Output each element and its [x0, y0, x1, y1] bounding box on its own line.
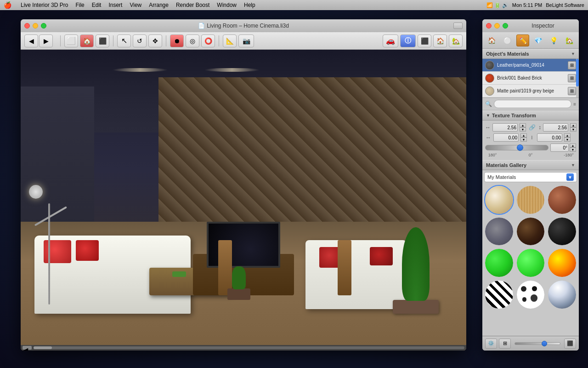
scroll-left-btn[interactable]: ◀	[23, 346, 32, 350]
offset-x-up[interactable]: ▲	[520, 133, 527, 138]
search-menu-btn[interactable]: ≡	[573, 102, 576, 107]
scroll-thumb[interactable]	[34, 346, 52, 349]
tab-render[interactable]: 💎	[532, 34, 545, 46]
separator-4	[219, 35, 219, 46]
tab-light[interactable]: 💡	[547, 34, 560, 46]
material-name-2: Brick/001 Baked Brick	[497, 75, 566, 80]
offset-x-down[interactable]: ▼	[520, 138, 527, 142]
menu-file[interactable]: File	[75, 2, 84, 8]
offset-y-up[interactable]: ▲	[564, 133, 571, 138]
screenshot-button[interactable]: 📷	[238, 34, 254, 47]
record-button[interactable]: ⏺	[170, 34, 184, 47]
measure-button[interactable]: 📐	[223, 34, 237, 47]
tab-edit[interactable]: ✏️	[516, 34, 529, 46]
gallery-item-brick[interactable]	[547, 185, 577, 215]
material-action-3[interactable]: ⊞	[568, 87, 576, 95]
gallery-item-black[interactable]	[547, 217, 577, 247]
home-view-button[interactable]: 🏡	[449, 34, 463, 47]
pillow-4	[370, 247, 393, 265]
menu-arrange[interactable]: Arrange	[149, 2, 169, 8]
scale-x-up[interactable]: ▲	[520, 123, 526, 127]
material-item-3[interactable]: Matte paint/1019 grey beige ⊞	[482, 85, 579, 98]
bottom-action-btn[interactable]: ⊞	[499, 339, 511, 349]
link-icon[interactable]: 🔗	[528, 124, 537, 131]
inspector-titlebar: Inspector	[482, 19, 579, 32]
top-view-button[interactable]: ⬛	[418, 34, 431, 47]
zoom-slider-track[interactable]	[514, 342, 560, 345]
minimize-button[interactable]	[33, 23, 38, 29]
material-item-2[interactable]: Brick/001 Baked Brick ⊞	[482, 72, 579, 85]
separator-3	[166, 35, 166, 46]
tab-object[interactable]: 🏡	[563, 34, 576, 46]
menu-app-name[interactable]: Live Interior 3D Pro	[21, 2, 68, 8]
menu-view[interactable]: View	[130, 2, 141, 8]
select-tool[interactable]: ↖	[117, 34, 131, 47]
maximize-button[interactable]	[41, 23, 46, 29]
3d-view-button[interactable]: 🏠	[80, 34, 94, 47]
rotate-tool[interactable]: ↺	[133, 34, 147, 47]
gallery-item-wood-light[interactable]	[516, 185, 546, 215]
panorama-button[interactable]: ◎	[186, 34, 199, 47]
back-button[interactable]: ◀	[24, 34, 38, 47]
rotation-slider-row: ▲ ▼	[485, 144, 576, 152]
scale-y-up[interactable]: ▲	[570, 123, 577, 127]
menu-insert[interactable]: Insert	[108, 2, 122, 8]
gallery-item-spots[interactable]	[516, 280, 546, 310]
material-action-1[interactable]: ⊞	[568, 61, 576, 69]
rotation-slider-thumb[interactable]	[517, 144, 523, 151]
render-button[interactable]: ⭕	[201, 34, 215, 47]
forward-button[interactable]: ▶	[39, 34, 53, 47]
menu-window[interactable]: Window	[217, 2, 237, 8]
close-button[interactable]	[24, 23, 30, 29]
rotation-input[interactable]	[550, 144, 569, 152]
gallery-item-zebra[interactable]	[484, 280, 514, 310]
gallery-item-cream[interactable]	[484, 185, 514, 215]
inspector-body: Object's Materials ▼ Leather/pamela_0901…	[482, 49, 579, 336]
gear-button[interactable]: ⚙️	[485, 339, 497, 349]
gallery-item-fire[interactable]	[547, 248, 577, 278]
walkthrough-button[interactable]: ⬛	[96, 34, 109, 47]
rotation-up[interactable]: ▲	[570, 144, 576, 148]
inspector-close[interactable]	[486, 23, 492, 29]
window-resize-btn[interactable]	[453, 23, 463, 29]
rotation-down[interactable]: ▼	[570, 148, 576, 152]
viewport-scrollbar[interactable]: ◀	[21, 345, 466, 351]
gallery-item-dark-wood[interactable]	[516, 217, 546, 247]
materials-gallery-dropdown[interactable]: My Materials ▼	[484, 172, 577, 182]
gallery-item-green[interactable]	[484, 248, 514, 278]
camera-button[interactable]: 🚗	[383, 34, 398, 47]
scale-y-down[interactable]: ▼	[570, 127, 577, 132]
offset-y-down[interactable]: ▼	[564, 138, 571, 142]
zoom-slider-thumb[interactable]	[542, 341, 547, 346]
scale-y-input[interactable]: 2.56	[543, 123, 568, 132]
iso-view-button[interactable]: 🏠	[433, 34, 447, 47]
floor-plan-button[interactable]: ⬜	[64, 34, 78, 47]
tab-material[interactable]: ⚪	[501, 34, 514, 46]
tab-room[interactable]: 🏠	[486, 34, 498, 46]
menu-edit[interactable]: Edit	[92, 2, 102, 8]
scale-x-stepper: ▲ ▼	[520, 123, 526, 132]
inspector-maximize[interactable]	[503, 23, 508, 29]
rotation-slider-track[interactable]	[485, 145, 548, 150]
inspector-minimize[interactable]	[494, 23, 500, 29]
pan-tool[interactable]: ✥	[148, 34, 162, 47]
gallery-item-bright-green[interactable]	[516, 248, 546, 278]
zoom-fit-btn[interactable]: ⬛	[564, 339, 576, 349]
3d-viewport[interactable]: ◀	[21, 50, 466, 351]
apple-menu-icon[interactable]: 🍎	[4, 1, 11, 9]
menu-help[interactable]: Help	[244, 2, 255, 8]
offset-x-input[interactable]: 0.00	[493, 133, 519, 142]
scale-x-input[interactable]: 2.56	[492, 123, 518, 132]
materials-scrollbar-thumb[interactable]	[576, 59, 579, 86]
material-item-1[interactable]: Leather/pamela_09014 ⊞	[482, 59, 579, 72]
rotation-stepper: ▲ ▼	[570, 144, 576, 152]
gallery-item-stone[interactable]	[484, 217, 514, 247]
offset-y-input[interactable]: 0.00	[537, 133, 562, 142]
search-input[interactable]	[494, 100, 571, 108]
inspector-panel: Inspector 🏠 ⚪ ✏️ 💎 💡 🏡 Object's Material…	[482, 19, 579, 351]
material-action-2[interactable]: ⊞	[568, 74, 576, 82]
info-button[interactable]: ⓘ	[400, 34, 416, 47]
scale-x-down[interactable]: ▼	[520, 127, 526, 132]
gallery-item-chrome[interactable]	[547, 280, 577, 310]
menu-render-boost[interactable]: Render Boost	[176, 2, 209, 8]
